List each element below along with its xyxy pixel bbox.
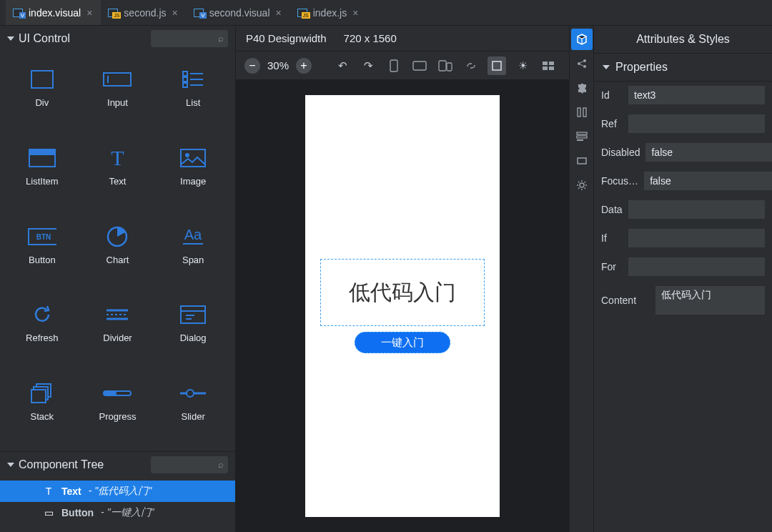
controls-grid: DivInputListListItemTTextImageBTNButtonC… xyxy=(0,51,235,451)
control-div[interactable]: Div xyxy=(4,59,80,137)
control-stack[interactable]: Stack xyxy=(4,373,80,451)
chart-icon xyxy=(103,226,132,247)
svg-rect-45 xyxy=(583,108,586,117)
property-input[interactable] xyxy=(645,143,772,162)
layout-icon[interactable] xyxy=(539,56,558,75)
property-row-ref: Ref xyxy=(601,114,765,133)
right-strip xyxy=(569,26,593,532)
property-label: Ref xyxy=(601,118,623,129)
rect-icon[interactable] xyxy=(571,150,593,172)
control-image[interactable]: Image xyxy=(155,137,231,216)
control-slider[interactable]: Slider xyxy=(155,373,231,451)
control-progress[interactable]: Progress xyxy=(80,373,156,451)
control-input[interactable]: Input xyxy=(80,59,156,137)
device-name[interactable]: P40 Designwidth xyxy=(246,32,327,44)
control-label: Divider xyxy=(103,332,132,343)
chevron-down-icon[interactable] xyxy=(7,36,14,41)
control-label: Stack xyxy=(31,411,54,422)
canvas[interactable]: 低代码入门 一键入门 xyxy=(236,80,569,532)
property-row-focus: Focus… xyxy=(601,172,765,190)
tree-search[interactable] xyxy=(151,456,228,473)
property-row-content: Content低代码入门 xyxy=(601,286,765,315)
text-icon: T xyxy=(103,147,132,169)
chevron-down-icon[interactable] xyxy=(7,463,14,467)
property-row-disabled: Disabled xyxy=(601,143,765,162)
divider-icon xyxy=(103,304,132,325)
control-span[interactable]: AaSpan xyxy=(155,216,231,295)
link-icon[interactable] xyxy=(462,56,480,75)
svg-rect-33 xyxy=(413,61,426,70)
svg-point-42 xyxy=(583,59,586,62)
property-input[interactable] xyxy=(644,172,772,190)
property-input[interactable] xyxy=(628,200,765,219)
undo-button[interactable]: ↶ xyxy=(333,56,352,75)
control-label: Input xyxy=(107,97,128,108)
cube-icon[interactable] xyxy=(571,29,593,50)
redo-button[interactable]: ↷ xyxy=(359,56,377,75)
close-icon[interactable]: × xyxy=(85,7,94,19)
control-label: Chart xyxy=(107,255,129,265)
control-button[interactable]: BTNButton xyxy=(4,216,80,295)
zoom-label[interactable]: 30% xyxy=(267,59,289,72)
property-input[interactable] xyxy=(628,86,765,104)
tree-row[interactable]: TText- "低代码入门" xyxy=(0,481,235,502)
property-input[interactable] xyxy=(628,257,765,276)
listitem-icon xyxy=(28,147,56,169)
puzzle-icon[interactable] xyxy=(571,77,593,99)
zoom-out-button[interactable]: − xyxy=(244,58,260,74)
device-preview: 低代码入门 一键入门 xyxy=(305,95,500,517)
preview-button-element[interactable]: 一键入门 xyxy=(355,332,450,353)
controls-search[interactable] xyxy=(151,30,228,47)
svg-point-12 xyxy=(185,153,189,157)
control-dialog[interactable]: Dialog xyxy=(155,294,231,373)
preview-text-element[interactable]: 低代码入门 xyxy=(320,259,485,326)
property-label: Disabled xyxy=(601,147,640,158)
control-listitem[interactable]: ListItem xyxy=(4,137,80,216)
svg-rect-49 xyxy=(578,158,586,164)
tree-item-icon: T xyxy=(43,486,54,497)
property-input[interactable]: 低代码入门 xyxy=(655,286,765,315)
devices-icon[interactable] xyxy=(436,56,455,75)
tree-row[interactable]: ▭Button- "一键入门" xyxy=(0,502,235,523)
panel-title-text: UI Control xyxy=(19,32,70,45)
tab-second-js[interactable]: second.js × xyxy=(101,0,186,25)
gear-icon[interactable] xyxy=(571,174,593,196)
svg-rect-35 xyxy=(447,63,452,71)
control-chart[interactable]: Chart xyxy=(80,216,156,295)
visual-file-icon xyxy=(13,9,24,17)
control-list[interactable]: List xyxy=(155,59,231,137)
control-divider[interactable]: Divider xyxy=(80,294,156,373)
properties-section-header[interactable]: Properties xyxy=(594,54,772,82)
control-label: Image xyxy=(180,176,206,187)
button-icon: BTN xyxy=(28,226,56,247)
editor-tabs: index.visual × second.js × second.visual… xyxy=(0,0,772,26)
close-icon[interactable]: × xyxy=(274,7,283,19)
columns-icon[interactable] xyxy=(571,102,593,123)
span-icon: Aa xyxy=(179,226,207,247)
zoom-in-button[interactable]: + xyxy=(296,58,312,74)
close-icon[interactable]: × xyxy=(171,7,179,19)
form-icon[interactable] xyxy=(571,126,593,147)
tab-index-visual[interactable]: index.visual × xyxy=(6,0,101,25)
share-icon[interactable] xyxy=(571,53,593,74)
tab-second-visual[interactable]: second.visual × xyxy=(187,0,290,25)
brightness-icon[interactable]: ☀ xyxy=(513,56,532,75)
square-icon[interactable] xyxy=(488,56,506,75)
property-row-id: Id xyxy=(601,86,765,104)
tree-item-name: Text xyxy=(61,486,81,497)
svg-rect-11 xyxy=(181,149,205,167)
close-icon[interactable]: × xyxy=(351,7,360,19)
property-input[interactable] xyxy=(628,229,765,247)
tab-index-js[interactable]: index.js × xyxy=(290,0,367,25)
svg-point-31 xyxy=(187,390,194,397)
progress-icon xyxy=(103,383,132,404)
property-input[interactable] xyxy=(628,114,765,133)
svg-rect-36 xyxy=(493,61,501,70)
tablet-landscape-icon[interactable] xyxy=(410,56,429,75)
tab-label: index.visual xyxy=(29,7,81,19)
svg-rect-48 xyxy=(577,139,583,141)
control-text[interactable]: TText xyxy=(80,137,156,216)
control-refresh[interactable]: Refresh xyxy=(4,294,80,373)
phone-portrait-icon[interactable] xyxy=(385,56,403,75)
svg-rect-38 xyxy=(549,61,554,65)
